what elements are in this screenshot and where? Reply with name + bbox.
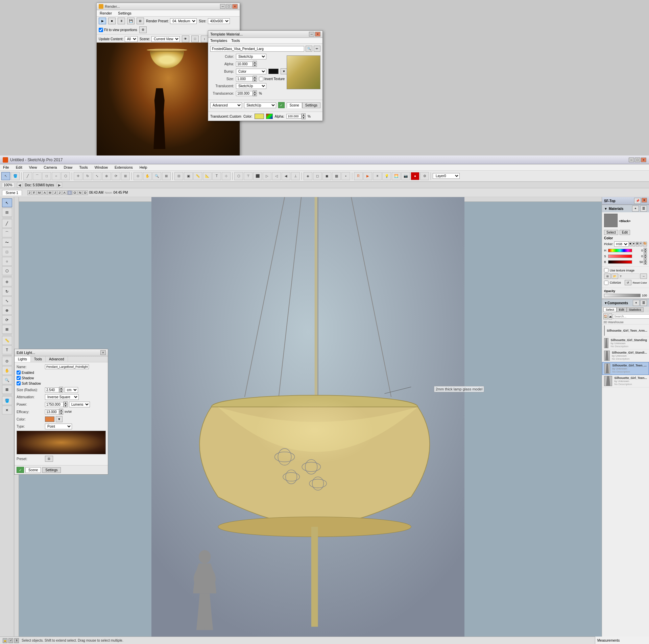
tool-line[interactable]: ╱ — [23, 172, 32, 180]
template-color-select[interactable]: SketchUp — [236, 54, 266, 59]
template-menu-templates[interactable]: Templates — [210, 39, 227, 43]
edit-light-color-btn[interactable]: ▼ — [56, 416, 63, 422]
comp-tab-select[interactable]: Select — [603, 307, 617, 312]
edit-light-name-input[interactable] — [45, 364, 89, 369]
menu-file[interactable]: File — [2, 165, 10, 170]
comp-cloud-btn[interactable]: ☁ — [608, 313, 612, 319]
tool-left[interactable]: ◀ — [282, 172, 290, 180]
arrow-left-btn[interactable]: ◀ — [17, 182, 22, 188]
edit-light-color-swatch[interactable] — [45, 416, 54, 422]
comp-item-0[interactable]: Silhouette_Girl_Teen_Arm... — [602, 325, 649, 337]
template-custom-color-picker[interactable] — [266, 114, 273, 119]
edit-light-preset-btn[interactable]: ⊟ — [45, 456, 53, 462]
edit-light-softshadow-checkbox[interactable] — [17, 381, 21, 385]
month-m2[interactable]: M — [47, 190, 53, 195]
render-maximize-btn[interactable]: □ — [226, 4, 232, 9]
comp-options-btn[interactable]: ☰ — [640, 300, 647, 306]
tool-vray-4[interactable]: 💡 — [382, 172, 391, 180]
texture-action-2[interactable]: 📂 — [611, 273, 618, 279]
render-fit-checkbox-label[interactable]: Fit to view proportions — [99, 28, 137, 32]
layer-select[interactable]: Layer0 — [433, 173, 460, 179]
tool-vray-7[interactable]: ● — [411, 172, 419, 180]
opacity-bar[interactable] — [604, 294, 641, 297]
arrow-right-btn[interactable]: ▶ — [57, 182, 62, 188]
template-menu-tools[interactable]: Tools — [231, 39, 240, 43]
left-tool-select[interactable]: ↖ — [2, 198, 12, 207]
edit-light-size-up[interactable]: ▲ — [59, 387, 63, 390]
texture-action-1[interactable]: ⊟ — [604, 273, 611, 279]
template-check-btn[interactable]: ✓ — [278, 102, 285, 108]
tool-offset[interactable]: ⊞ — [121, 172, 130, 180]
edit-light-size-input[interactable] — [45, 387, 59, 392]
month-f[interactable]: F — [32, 190, 37, 195]
tool-x-ray[interactable]: ◈ — [304, 172, 312, 180]
comp-item-1[interactable]: Silhouette_Girl_Standing by Unknown No D… — [602, 337, 649, 350]
left-tool-pan[interactable]: ✋ — [2, 366, 12, 375]
menu-help[interactable]: Help — [139, 165, 148, 170]
edit-light-shadow-checkbox[interactable] — [17, 376, 21, 380]
render-minimize-btn[interactable]: ─ — [220, 4, 225, 9]
render-view-btn[interactable]: 👁 — [182, 35, 189, 42]
picker-icon-2[interactable]: ● — [632, 242, 635, 246]
month-a2[interactable]: A — [62, 190, 67, 195]
use-texture-checkbox[interactable] — [604, 268, 608, 272]
render-scene-select[interactable]: Current View — [151, 36, 180, 42]
render-update-select[interactable]: All — [125, 36, 138, 42]
tool-right[interactable]: ▷ — [263, 172, 271, 180]
left-tool-component[interactable]: ⊟ — [2, 208, 12, 217]
template-alpha-down[interactable]: ▼ — [253, 64, 257, 67]
template-sketchup-select[interactable]: SketchUp — [244, 102, 276, 108]
materials-add-btn[interactable]: + — [632, 206, 639, 212]
menu-edit[interactable]: Edit — [15, 165, 23, 170]
left-tool-offset[interactable]: ⊞ — [2, 325, 12, 334]
tool-vray-2[interactable]: ▶ — [363, 172, 372, 180]
month-a1[interactable]: A — [42, 190, 47, 195]
template-bump-select[interactable]: Color — [236, 69, 266, 74]
tool-group[interactable]: ▣ — [184, 172, 193, 180]
sketchup-minimize-btn[interactable]: ─ — [629, 158, 634, 162]
materials-options-btn[interactable]: ☰ — [640, 206, 647, 212]
render-region-select-btn[interactable]: □ — [191, 35, 199, 42]
tool-rect[interactable]: □ — [42, 172, 51, 180]
template-alpha-up[interactable]: ▲ — [253, 61, 257, 64]
template-tab-settings[interactable]: Settings — [302, 102, 320, 108]
menu-camera[interactable]: Camera — [43, 165, 58, 170]
tool-axes[interactable]: ⊹ — [222, 172, 231, 180]
tool-tape[interactable]: 📏 — [193, 172, 202, 180]
left-tool-move[interactable]: ✛ — [2, 278, 12, 286]
template-edit-btn[interactable]: ✏ — [314, 46, 320, 52]
left-tool-line[interactable]: ╱ — [2, 219, 12, 228]
template-bump-color[interactable] — [268, 69, 279, 74]
template-search-btn[interactable]: 🔍 — [306, 46, 312, 52]
template-advanced-select[interactable]: Advanced — [210, 102, 242, 108]
left-tool-rotate[interactable]: ↻ — [2, 287, 12, 296]
edit-light-enabled-checkbox[interactable] — [17, 371, 21, 375]
template-invert-checkbox[interactable] — [259, 77, 263, 81]
render-menu-render[interactable]: Render — [99, 11, 113, 16]
b-up[interactable]: ▲ — [644, 259, 647, 262]
render-preset-select[interactable]: 04. Medium — [170, 18, 197, 24]
tool-orbit[interactable]: ⊙ — [134, 172, 142, 180]
render-close-btn[interactable]: × — [232, 4, 238, 9]
picker-icon-3[interactable]: ⊞ — [636, 242, 639, 246]
tool-text[interactable]: T — [212, 172, 221, 180]
edit-light-power-up[interactable]: ▲ — [64, 401, 68, 404]
edit-light-size-down[interactable]: ▼ — [59, 390, 63, 393]
tool-vray-3[interactable]: ☀ — [373, 172, 382, 180]
tool-vray-1[interactable]: R — [354, 172, 363, 180]
template-custom-alpha-up[interactable]: ▲ — [302, 113, 306, 116]
sketchup-close-btn[interactable]: × — [641, 158, 646, 162]
month-n[interactable]: N — [78, 190, 83, 195]
edit-light-tab-advanced[interactable]: Advanced — [46, 356, 68, 362]
edit-light-softshadow-label[interactable]: Soft Shadow — [17, 381, 41, 385]
tool-pushpull[interactable]: ⊕ — [102, 172, 111, 180]
tool-zoom[interactable]: 🔍 — [152, 172, 161, 180]
render-play-btn[interactable]: ▶ — [99, 18, 106, 24]
left-tool-tape[interactable]: 📏 — [2, 336, 12, 345]
tool-polygon[interactable]: ⬡ — [61, 172, 70, 180]
template-size-up[interactable]: ▲ — [253, 76, 257, 79]
tool-rotate[interactable]: ↻ — [83, 172, 92, 180]
b-down[interactable]: ▼ — [644, 262, 647, 265]
tool-zoom-extents[interactable]: ⊠ — [162, 172, 171, 180]
left-tool-arc[interactable]: ⌒ — [2, 229, 12, 237]
